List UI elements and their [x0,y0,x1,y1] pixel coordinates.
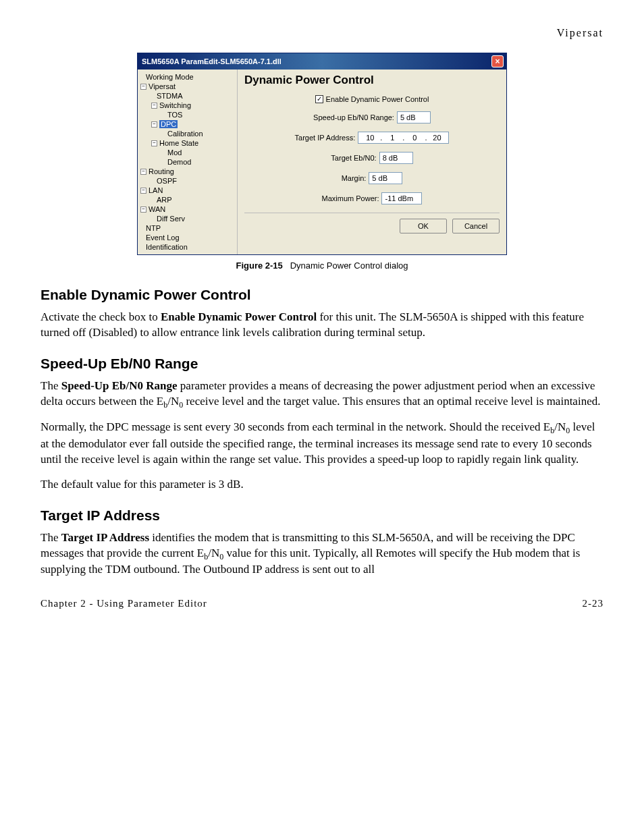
ok-button[interactable]: OK [400,219,447,233]
tree-dpc[interactable]: −DPC [140,119,236,129]
section-speedup-p2: Normally, the DPC message is sent every … [41,420,603,467]
enable-label: Enable Dynamic Power Control [326,95,429,103]
speedup-input[interactable]: 5 dB [397,111,431,123]
targetebn0-label: Target Eb/N0: [331,154,376,162]
tree-stdma[interactable]: STDMA [140,91,236,101]
footer-right: 2-23 [583,598,604,609]
targetip-label: Target IP Address: [295,134,356,142]
tree-lan[interactable]: −LAN [140,186,236,195]
maxpower-input[interactable]: -11 dBm [381,192,422,204]
page-footer: Chapter 2 - Using Parameter Editor 2-23 [41,598,603,609]
section-enable-dpc-body: Activate the check box to Enable Dynamic… [41,310,603,341]
checkmark-icon: ✓ [315,95,323,103]
targetip-input[interactable]: 10. 1. 0. 20 [358,132,449,144]
dpc-dialog: SLM5650A ParamEdit-SLM5650A-7.1.dll × Wo… [137,53,507,255]
panel: Dynamic Power Control ✓ Enable Dynamic P… [238,70,506,254]
close-icon[interactable]: × [491,55,504,67]
tree-wan[interactable]: −WAN [140,204,236,214]
figure-caption: Figure 2-15 Dynamic Power Control dialog [41,260,603,271]
page-header: Vipersat [41,27,603,39]
section-speedup-p3: The default value for this parameter is … [41,477,603,493]
footer-left: Chapter 2 - Using Parameter Editor [41,598,207,609]
tree-tos[interactable]: TOS [140,110,236,119]
tree-ospf[interactable]: OSPF [140,176,236,186]
section-enable-dpc-title: Enable Dynamic Power Control [41,287,603,303]
section-targetip-p1: The Target IP Address identifies the mod… [41,530,603,578]
tree-mod[interactable]: Mod [140,148,236,157]
dialog-title: SLM5650A ParamEdit-SLM5650A-7.1.dll [142,57,281,65]
ip-seg-2[interactable]: 1 [383,134,401,142]
tree-eventlog[interactable]: Event Log [140,233,236,242]
margin-input[interactable]: 5 dB [369,172,402,184]
tree-identification[interactable]: Identification [140,242,236,252]
tree-switching[interactable]: −Switching [140,101,236,110]
titlebar: SLM5650A ParamEdit-SLM5650A-7.1.dll × [138,53,506,70]
cancel-button[interactable]: Cancel [452,219,500,233]
ip-seg-3[interactable]: 0 [406,134,423,142]
margin-label: Margin: [342,174,367,182]
tree-diffserv[interactable]: Diff Serv [140,214,236,223]
enable-dpc-checkbox[interactable]: ✓ Enable Dynamic Power Control [315,95,429,103]
section-speedup-title: Speed-Up Eb/N0 Range [41,356,603,372]
ip-seg-1[interactable]: 10 [361,134,379,142]
tree-ntp[interactable]: NTP [140,223,236,233]
panel-title: Dynamic Power Control [244,74,500,87]
targetebn0-input[interactable]: 8 dB [379,152,413,164]
tree-vipersat[interactable]: −Vipersat [140,82,236,91]
ip-seg-4[interactable]: 20 [428,134,446,142]
maxpower-label: Maximum Power: [322,194,379,202]
tree-working-mode[interactable]: Working Mode [140,72,236,82]
section-speedup-p1: The Speed-Up Eb/N0 Range parameter provi… [41,379,603,411]
tree-calibration[interactable]: Calibration [140,129,236,138]
section-targetip-title: Target IP Address [41,507,603,524]
tree-home-state[interactable]: −Home State [140,138,236,148]
nav-tree: Working Mode −Vipersat STDMA −Switching … [138,70,238,254]
speedup-label: Speed-up Eb/N0 Range: [313,113,394,121]
tree-demod[interactable]: Demod [140,157,236,167]
tree-arp[interactable]: ARP [140,195,236,204]
tree-routing[interactable]: −Routing [140,167,236,176]
